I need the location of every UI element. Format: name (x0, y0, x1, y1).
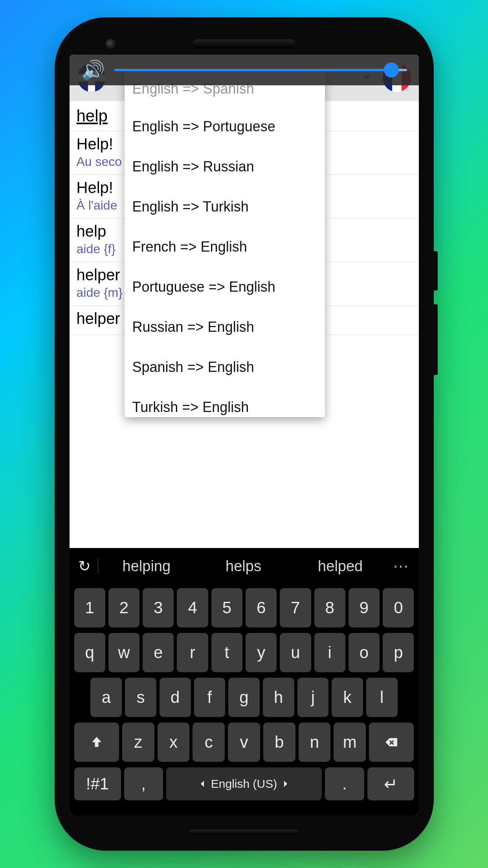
key-d[interactable]: d (160, 678, 191, 717)
volume-overlay[interactable]: 🔊 (70, 55, 419, 85)
phone-side-button (434, 251, 438, 291)
volume-icon: 🔊 (81, 59, 105, 81)
key-row: z x c v b n m (74, 723, 414, 762)
key-p[interactable]: p (383, 633, 414, 672)
key-7[interactable]: 7 (280, 588, 311, 627)
key-row: 1 2 3 4 5 6 7 8 9 0 (74, 588, 414, 627)
key-9[interactable]: 9 (349, 588, 380, 627)
key-v[interactable]: v (228, 723, 260, 762)
screen: 🔊 help Help! Au seco Help! À l'aide help (70, 55, 419, 815)
key-z[interactable]: z (122, 723, 154, 762)
cycle-icon[interactable]: ↻ (78, 559, 98, 574)
key-l[interactable]: l (366, 678, 398, 717)
volume-slider[interactable] (114, 69, 407, 71)
key-r[interactable]: r (177, 633, 208, 672)
key-j[interactable]: j (297, 678, 329, 717)
key-row: q w e r t y u i o p (74, 633, 414, 672)
more-icon[interactable]: ⋯ (389, 557, 410, 575)
key-u[interactable]: u (280, 633, 311, 672)
key-period[interactable]: . (325, 767, 364, 800)
key-backspace[interactable] (369, 723, 414, 762)
chevron-left-icon (198, 781, 204, 787)
dropdown-item[interactable]: English => Turkish (125, 187, 325, 227)
key-e[interactable]: e (143, 633, 174, 672)
phone-bottom-speaker (189, 829, 299, 835)
key-enter[interactable]: ↵ (367, 767, 414, 800)
key-5[interactable]: 5 (211, 588, 242, 627)
dropdown-item[interactable]: English => Russian (125, 147, 325, 187)
key-k[interactable]: k (332, 678, 363, 717)
key-c[interactable]: c (193, 723, 225, 762)
dropdown-item[interactable]: Russian => English (125, 307, 325, 347)
suggestion-bar: ↻ helping helps helped ⋯ (70, 548, 419, 584)
key-2[interactable]: 2 (108, 588, 139, 627)
key-b[interactable]: b (263, 723, 295, 762)
key-0[interactable]: 0 (383, 588, 414, 627)
suggestion[interactable]: helping (98, 558, 195, 575)
key-space[interactable]: English (US) (166, 767, 322, 800)
key-comma[interactable]: , (124, 767, 163, 800)
space-label: English (US) (211, 777, 277, 791)
key-3[interactable]: 3 (143, 588, 174, 627)
key-symbols[interactable]: !#1 (74, 767, 121, 800)
key-6[interactable]: 6 (246, 588, 277, 627)
dropdown-item[interactable]: French => English (125, 227, 325, 267)
key-w[interactable]: w (108, 633, 139, 672)
phone-side-button (434, 304, 438, 375)
language-dropdown[interactable]: English => Spanish English => Portuguese… (125, 70, 325, 417)
key-4[interactable]: 4 (177, 588, 208, 627)
key-y[interactable]: y (246, 633, 277, 672)
key-row: a s d f g h j k l (74, 678, 414, 717)
key-q[interactable]: q (74, 633, 105, 672)
key-s[interactable]: s (125, 678, 156, 717)
key-o[interactable]: o (349, 633, 380, 672)
soft-keyboard: ↻ helping helps helped ⋯ 1 2 3 4 5 6 7 8… (70, 548, 419, 815)
key-x[interactable]: x (158, 723, 190, 762)
suggestion[interactable]: helped (292, 558, 389, 575)
key-shift[interactable] (74, 723, 119, 762)
key-m[interactable]: m (334, 723, 366, 762)
phone-speaker (193, 39, 295, 48)
dropdown-item[interactable]: Portuguese => English (125, 267, 325, 307)
key-8[interactable]: 8 (314, 588, 345, 627)
phone-frame: 🔊 help Help! Au seco Help! À l'aide help (55, 17, 434, 851)
key-h[interactable]: h (263, 678, 294, 717)
key-row: !#1 , English (US) . ↵ (74, 767, 414, 800)
key-g[interactable]: g (228, 678, 260, 717)
key-n[interactable]: n (299, 723, 331, 762)
suggestion[interactable]: helps (195, 558, 292, 575)
key-t[interactable]: t (211, 633, 242, 672)
dropdown-item[interactable]: English => Portuguese (125, 107, 325, 147)
dropdown-item[interactable]: Turkish => English (125, 387, 325, 417)
key-1[interactable]: 1 (74, 588, 105, 627)
key-f[interactable]: f (194, 678, 226, 717)
key-a[interactable]: a (90, 678, 122, 717)
key-i[interactable]: i (314, 633, 345, 672)
dropdown-item[interactable]: Spanish => English (125, 347, 325, 387)
chevron-right-icon (284, 781, 290, 787)
